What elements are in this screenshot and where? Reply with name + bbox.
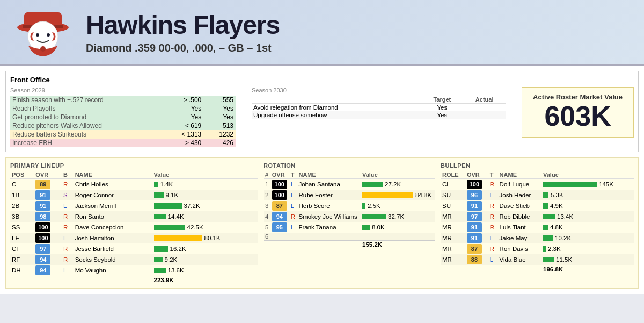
goal-target: Yes: [163, 104, 206, 113]
rot-col-num: #: [264, 171, 270, 179]
goal-target: > .500: [163, 96, 206, 104]
lineup-value: 13.6K: [152, 265, 258, 276]
bp-value: 13.4K: [541, 211, 634, 222]
bullpen-row: CL 100 R Dolf Luque 145K: [441, 179, 634, 190]
ovr-badge: 91: [35, 190, 50, 200]
season-2029-table: Finish season with +.527 record > .500 .…: [10, 96, 236, 147]
value-cell: 13.6K: [154, 267, 257, 274]
ovr-badge: 94: [272, 212, 287, 221]
rot-name: Smokey Joe Williams: [297, 211, 361, 222]
rotation-total-value: 155.2K: [361, 241, 435, 249]
rot-num: 1: [264, 179, 270, 190]
lineup-row: 3B 98 R Ron Santo 14.4K: [10, 211, 258, 222]
primary-lineup-table: POS OVR B NAME Value C 89 R Chris Hoiles…: [10, 171, 258, 284]
bp-name: Dolf Luque: [498, 179, 541, 190]
goal-text: Reduce batters Strikeouts: [10, 130, 163, 139]
fo2030-goal-text: Upgrade offense somehow: [252, 111, 421, 119]
goal-target: < 1313: [163, 130, 206, 139]
bullpen-row: SU 91 R Dave Stieb 4.9K: [441, 200, 634, 211]
value-cell: 37.2K: [154, 203, 257, 209]
value-text: 14.4K: [168, 213, 184, 220]
fo2030-goal-row: Avoid relegation from Diamond Yes: [252, 104, 506, 112]
hand-indicator: L: [291, 192, 294, 198]
bullpen-row: MR 88 L Vida Blue 11.5K: [441, 254, 634, 265]
bp-hand: R: [488, 179, 498, 190]
bp-value: 11.5K: [541, 254, 634, 265]
rot-value: 32.7K: [361, 211, 435, 222]
svg-point-6: [40, 46, 46, 52]
lineup-pos: SS: [10, 222, 34, 233]
lineup-hand: R: [62, 211, 74, 222]
primary-lineup-block: PRIMARY LINEUP POS OVR B NAME Value C 89…: [10, 162, 258, 284]
lineup-hand: R: [62, 179, 74, 190]
svg-point-4: [36, 33, 39, 37]
value-text: 2.5K: [368, 203, 380, 209]
hand-indicator: R: [490, 224, 494, 231]
lineup-ovr: 100: [34, 233, 62, 243]
season-2030-block: Season 2030 Target Actual Avoid relegati…: [252, 87, 506, 147]
front-office-section: Front Office Season 2029 Finish season w…: [5, 71, 639, 152]
bullpen-row: SU 96 L Josh Hader 5.3K: [441, 190, 634, 200]
lineup-value: 14.4K: [152, 211, 258, 222]
bullpen-block: BULLPEN ROLE OVR T NAME Value CL 100 R D…: [441, 162, 634, 284]
main-content: Front Office Season 2029 Finish season w…: [0, 66, 644, 294]
fo-goal-row: Reach Playoffs Yes Yes: [10, 104, 236, 113]
hand-indicator: L: [490, 235, 493, 241]
value-bar: [362, 192, 413, 198]
bp-col-name: NAME: [498, 171, 541, 179]
bullpen-title: BULLPEN: [441, 162, 634, 169]
rot-hand: L: [289, 200, 297, 211]
value-cell: 8.0K: [362, 224, 434, 231]
value-cell: 11.5K: [543, 256, 632, 263]
hand-indicator: L: [63, 267, 67, 274]
ovr-badge: 89: [35, 180, 50, 189]
bp-ovr: 96: [465, 190, 488, 200]
value-cell: 2.5K: [362, 203, 434, 209]
bp-value: 4.8K: [541, 222, 634, 233]
rotation-total-row: 155.2K: [264, 241, 435, 249]
rot-hand: [289, 233, 297, 241]
lineup-pos: RF: [10, 254, 34, 265]
value-bar: [154, 203, 182, 209]
value-text: 80.1K: [204, 235, 221, 241]
hand-indicator: L: [291, 203, 294, 209]
lineup-hand: L: [62, 265, 74, 276]
rot-value: 27.2K: [361, 179, 435, 190]
value-bar: [543, 203, 548, 209]
rot-col-value: Value: [361, 171, 435, 179]
rot-value: 2.5K: [361, 200, 435, 211]
goal-target: > 430: [163, 139, 206, 147]
lineup-ovr: 98: [34, 211, 62, 222]
lineup-pos: DH: [10, 265, 34, 276]
bullpen-total-value: 196.8K: [541, 265, 634, 274]
ovr-badge: 95: [272, 222, 287, 232]
value-bar: [543, 257, 554, 262]
bp-ovr: 91: [465, 233, 488, 243]
bp-ovr: 97: [465, 211, 488, 222]
value-cell: 10.2K: [543, 235, 632, 241]
hand-indicator: L: [63, 235, 67, 241]
fo2030-target: Yes: [421, 104, 463, 112]
rotation-row: 4 94 R Smokey Joe Williams 32.7K: [264, 211, 435, 222]
value-bar: [543, 214, 555, 219]
rotation-title: ROTATION: [264, 162, 435, 169]
hand-indicator: R: [63, 213, 68, 220]
bp-col-role: ROLE: [441, 171, 465, 179]
col-ovr: OVR: [34, 171, 62, 179]
ovr-badge: 100: [272, 180, 287, 189]
value-text: 37.2K: [184, 203, 200, 209]
bp-col-value: Value: [541, 171, 634, 179]
market-value-box: Active Roster Market Value 603K: [522, 87, 634, 138]
bp-role: SU: [441, 200, 465, 211]
lineup-name: Dave Concepcion: [74, 222, 152, 233]
value-cell: 5.3K: [543, 192, 632, 198]
bp-value: 145K: [541, 179, 634, 190]
header: Hawkins Flayers Diamond .359 00-00, .000…: [0, 0, 644, 66]
rot-ovr: 95: [270, 222, 289, 233]
lineup-hand: R: [62, 222, 74, 233]
lineup-total-label: [10, 276, 152, 284]
bp-name: Vida Blue: [498, 254, 541, 265]
bp-role: CL: [441, 179, 465, 190]
rot-value: 8.0K: [361, 222, 435, 233]
lineup-pos: 3B: [10, 211, 34, 222]
